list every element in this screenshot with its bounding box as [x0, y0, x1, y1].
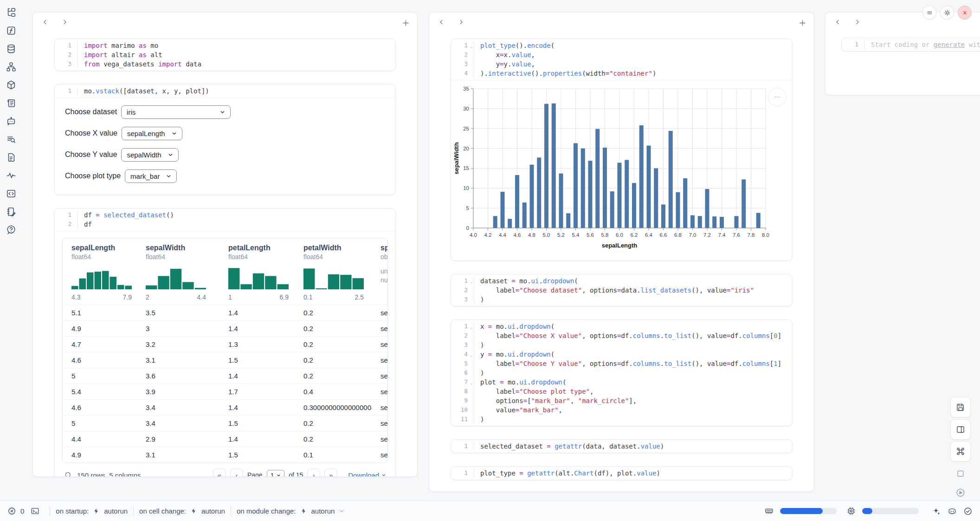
settings-button[interactable] [940, 6, 954, 20]
code-line: 1plot_type().encode( [451, 41, 792, 50]
notebook-menu-button[interactable] [922, 6, 936, 20]
chevron-down-icon [168, 152, 173, 157]
copilot-icon[interactable] [948, 507, 957, 516]
on-module-change-setting[interactable]: on module change: autorun [237, 507, 345, 515]
column-name[interactable]: petalLength [228, 244, 290, 252]
code-editor[interactable]: 1Start coding or generate with [842, 38, 980, 51]
table-row[interactable]: 53.41.50.2setos [63, 415, 387, 431]
on-startup-setting[interactable]: on startup: autorun [56, 507, 128, 515]
panel-right: 1Start coding or generate with [825, 12, 980, 95]
sidebar-document-button[interactable] [6, 152, 17, 163]
database-icon [6, 44, 16, 54]
y-value-select[interactable]: sepalWidth [121, 148, 178, 162]
chevron-left-icon [834, 19, 841, 26]
terminal-button[interactable] [31, 507, 39, 515]
dataframe-table: sepalLengthfloat644.37.9sepalWidthfloat6… [62, 238, 388, 463]
code-editor[interactable]: 1import marimo as mo2import altair as al… [55, 39, 395, 71]
table-row[interactable]: 4.931.40.2setos [63, 320, 387, 336]
add-cell-button[interactable] [401, 19, 409, 26]
table-column-header: sepalWidthfloat6424.4 [137, 244, 219, 305]
run-button[interactable] [951, 483, 970, 502]
sidebar-help-button[interactable] [6, 225, 17, 236]
sidebar-list-search-button[interactable] [6, 134, 17, 145]
first-page-button[interactable]: « [213, 469, 226, 477]
cell-value: 3.2 [137, 337, 219, 352]
sidebar-code-block-button[interactable] [6, 189, 17, 200]
next-page-button[interactable]: › [307, 469, 320, 477]
code-editor[interactable]: 1mo.vstack([dataset, x, y, plot]) [55, 85, 395, 98]
error-count: 0 [20, 507, 24, 515]
sidebar-file-tree-button[interactable] [6, 7, 17, 19]
ai-sparkle-icon[interactable] [932, 507, 941, 516]
x-value-select[interactable]: sepalLength [122, 127, 182, 140]
on-cell-change-setting[interactable]: on cell change: autorun [139, 507, 225, 515]
table-row[interactable]: 4.42.91.40.2setos [63, 431, 387, 447]
add-cell-button[interactable] [798, 19, 806, 26]
next-cell-button[interactable] [457, 19, 464, 26]
line-number: 2 [55, 220, 78, 229]
prev-page-button[interactable]: ‹ [230, 469, 243, 477]
sidebar-function-button[interactable] [6, 26, 17, 37]
chart-bar [566, 213, 570, 228]
function-icon [6, 26, 16, 36]
last-page-button[interactable]: » [324, 469, 337, 477]
altair-bar-chart: 4.04.24.44.64.85.05.25.45.65.86.06.26.46… [453, 84, 773, 254]
code-editor[interactable]: 1x = mo.ui.dropdown(2 label="Choose X va… [451, 320, 792, 426]
console-button[interactable] [951, 464, 970, 483]
sidebar-chat-button[interactable] [6, 116, 17, 127]
table-row[interactable]: 53.61.40.2setos [63, 368, 387, 384]
column-type: float64 [303, 253, 367, 260]
next-cell-button[interactable] [853, 19, 861, 26]
dropdown-label: Choose X value [65, 129, 117, 137]
table-row[interactable]: 4.63.41.40.30000000000000004setos [63, 399, 387, 415]
chart-menu-button[interactable] [768, 88, 787, 106]
table-row[interactable]: 5.43.91.70.4setos [63, 384, 387, 399]
sidebar-package-button[interactable] [6, 80, 17, 91]
chart-bar [530, 165, 534, 228]
page-select[interactable]: 1 [267, 470, 285, 477]
table-row[interactable]: 5.13.51.40.2setos [63, 305, 387, 320]
shutdown-button[interactable] [958, 6, 972, 20]
code-editor[interactable]: 1plot_type = getattr(alt.Chart(df), plot… [451, 467, 792, 480]
cell-value: setos [372, 431, 387, 447]
cell-output: Choose datasetirisChoose X valuesepalLen… [55, 98, 395, 195]
save-button[interactable] [950, 397, 971, 417]
plot-type-select[interactable]: mark_bar [125, 169, 177, 183]
next-cell-button[interactable] [61, 19, 68, 26]
table-row[interactable]: 4.73.21.30.2setos [63, 336, 387, 352]
sidebar-dependency-graph-button[interactable] [6, 62, 17, 73]
code-editor[interactable]: 1dataset = mo.ui.dropdown(2 label="Choos… [451, 274, 792, 306]
prev-cell-button[interactable] [41, 19, 49, 26]
sidebar-activity-button[interactable] [6, 170, 17, 182]
panel-layout-button[interactable] [950, 419, 971, 440]
dataset-select[interactable]: iris [121, 105, 231, 119]
cell-value: setos [372, 321, 387, 336]
connection-status-icon[interactable] [963, 507, 973, 516]
svg-text:4.0: 4.0 [470, 232, 477, 238]
code-editor[interactable]: 1df = selected_dataset()2df [55, 208, 395, 231]
error-indicator[interactable]: 0 [7, 507, 24, 515]
code-editor[interactable]: 1plot_type().encode(2 x=x.value,3 y=y.va… [451, 39, 792, 80]
search-icon[interactable] [64, 471, 72, 477]
chart-bar [493, 216, 497, 228]
download-button[interactable]: Download [348, 471, 386, 477]
line-number: 2 [451, 331, 474, 340]
keyboard-shortcuts-button[interactable] [950, 441, 971, 462]
plus-icon [798, 19, 807, 27]
sidebar-scratchpad-button[interactable] [6, 207, 17, 218]
column-name[interactable]: petalWidth [303, 244, 367, 252]
svg-text:30: 30 [463, 106, 469, 111]
sidebar-database-button[interactable] [6, 44, 17, 55]
sidebar-logs-button[interactable] [6, 98, 17, 109]
column-name[interactable]: sepalLength [71, 244, 132, 252]
prev-cell-button[interactable] [834, 19, 841, 26]
table-row[interactable]: 4.93.11.50.1setos [63, 447, 387, 462]
prev-cell-button[interactable] [438, 19, 445, 26]
table-row[interactable]: 4.63.11.50.2setos [63, 352, 387, 368]
column-name[interactable]: sepalWidth [146, 244, 215, 252]
chart-bar [522, 202, 527, 228]
column-name[interactable]: speci [380, 244, 383, 252]
chart-bar [683, 178, 687, 228]
code-editor[interactable]: 1selected_dataset = getattr(data, datase… [451, 440, 792, 453]
line-number: 1 [451, 41, 474, 50]
